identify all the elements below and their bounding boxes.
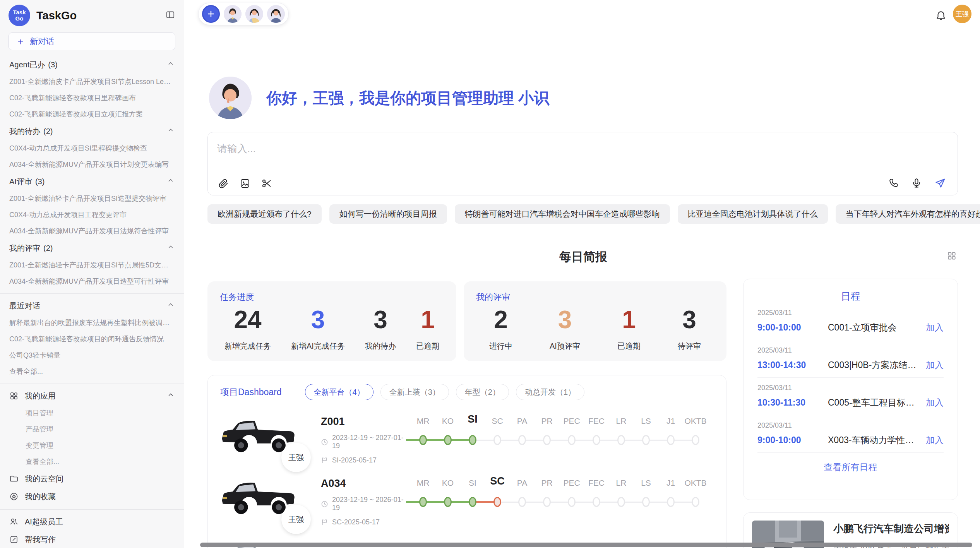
- list-item[interactable]: C02-飞腾新能源轻客改款项目里程碑画布: [0, 90, 184, 106]
- view-all-chats[interactable]: 查看全部...: [0, 363, 184, 380]
- section-my-todo[interactable]: 我的待办 (2): [0, 122, 184, 140]
- milestone-label: LR: [609, 478, 634, 488]
- list-item[interactable]: C02-飞腾新能源轻客改款项目立项汇报方案: [0, 106, 184, 122]
- list-item[interactable]: C0X4-动力总成开发项目SI里程碑提交物检查: [0, 140, 184, 156]
- stat-overdue: 1 已逾期: [416, 306, 439, 351]
- list-item[interactable]: A034-全新新能源MUV产品开发项目计划变更表编写: [0, 156, 184, 173]
- view-all-schedule-link[interactable]: 查看所有日程: [744, 461, 958, 473]
- list-item[interactable]: Z001-全新燃油轻卡产品开发项目SI节点属性5D文件评审: [0, 257, 184, 273]
- add-agent-button[interactable]: [202, 5, 220, 23]
- stat-label: 待评审: [678, 341, 701, 351]
- agent-avatar[interactable]: [245, 5, 263, 23]
- list-item[interactable]: 公司Q3轻卡销量: [0, 347, 184, 363]
- message-input[interactable]: [217, 139, 836, 158]
- schedule-title: 日程: [744, 290, 958, 303]
- milestone-track: MRKOSISCPAPRPECFECLRLSJ1OKTB: [411, 474, 714, 521]
- folder-icon: [9, 474, 19, 483]
- milestone-dot: [493, 435, 501, 445]
- tab-new-platform[interactable]: 全新平台（4）: [305, 384, 373, 400]
- horizontal-scrollbar[interactable]: [200, 543, 972, 547]
- new-chat-button[interactable]: ＋ 新对话: [9, 33, 175, 50]
- list-item[interactable]: Z001-全新燃油皮卡产品开发项目SI节点Lesson Learn报告: [0, 74, 184, 90]
- sidebar-item-help-write[interactable]: 帮我写作: [0, 531, 184, 548]
- sidebar-item-favorites[interactable]: 我的收藏: [0, 488, 184, 505]
- collapse-sidebar-icon[interactable]: [165, 10, 175, 21]
- project-row[interactable]: 王强 A034 2023-12-19 ~ 2026-01-19 SC-2025-…: [208, 466, 726, 528]
- suggestion-chip[interactable]: 特朗普可能对进口汽车增税会对中国车企造成哪些影响: [455, 204, 670, 224]
- section-ai-review[interactable]: AI评审 (3): [0, 173, 184, 190]
- hero: 你好，王强，我是你的项目管理助理 小识: [209, 77, 549, 119]
- section-agent-done[interactable]: Agent已办 (3): [0, 56, 184, 74]
- ai-staff-label: AI超级员工: [25, 517, 63, 527]
- agent-avatar[interactable]: [267, 5, 285, 23]
- project-code: A034: [321, 478, 411, 490]
- join-link[interactable]: 加入: [926, 322, 944, 334]
- join-link[interactable]: 加入: [926, 359, 944, 371]
- sidebar-item-cloud-space[interactable]: 我的云空间: [0, 470, 184, 488]
- milestone-ko: KO: [435, 474, 460, 521]
- chevron-up-icon[interactable]: [167, 177, 175, 187]
- layout-grid-icon[interactable]: [947, 251, 957, 262]
- project-owner-badge: 王强: [281, 505, 311, 534]
- dashboard-header: 项目Dashboard 全新平台（4） 全新上装（3） 年型（2） 动总开发（1…: [208, 375, 726, 404]
- suggestion-chip[interactable]: 当下年轻人对汽车外观有怎样的喜好趋势: [836, 204, 980, 224]
- milestone-label: SI: [460, 413, 485, 425]
- view-all-apps[interactable]: 查看全部...: [0, 454, 184, 470]
- project-row[interactable]: 王强 Z001 2023-12-19 ~ 2027-01-19 SI-2025-…: [208, 404, 726, 466]
- stat-value: 1: [416, 306, 439, 333]
- milestone-lr: LR: [609, 474, 634, 521]
- chevron-up-icon[interactable]: [167, 391, 175, 401]
- phone-icon[interactable]: [888, 178, 899, 188]
- agent-avatar[interactable]: [224, 5, 242, 23]
- milestone-fec: FEC: [584, 413, 609, 459]
- sidebar-item-change-mgmt[interactable]: 变更管理: [0, 437, 184, 454]
- chevron-up-icon[interactable]: [167, 127, 175, 136]
- suggestion-chip[interactable]: 如何写一份清晰的项目周报: [329, 204, 447, 224]
- new-chat-label: 新对话: [30, 36, 54, 47]
- scissors-icon[interactable]: [261, 178, 272, 189]
- milestone-label: PA: [510, 416, 535, 426]
- stat-new-ai-done: 3 新增AI完成任务: [291, 306, 345, 351]
- tab-powertrain[interactable]: 动总开发（1）: [516, 384, 584, 400]
- suggestion-chip[interactable]: 比亚迪全固态电池计划具体说了什么: [678, 204, 828, 224]
- chevron-up-icon[interactable]: [167, 60, 175, 70]
- list-item[interactable]: 解释最新出台的欧盟报废车法规再生塑料比例被调至15%...: [0, 315, 184, 331]
- chevron-up-icon[interactable]: [167, 243, 175, 253]
- list-item[interactable]: A034-全新新能源MUV产品开发项目法规符合性评审: [0, 223, 184, 239]
- sidebar-item-my-apps[interactable]: 我的应用: [0, 387, 184, 405]
- send-icon[interactable]: [934, 177, 946, 189]
- suggestion-chip[interactable]: 欧洲新规最近颁布了什么?: [207, 204, 322, 224]
- divider: [0, 293, 184, 294]
- schedule-card: 日程 2025/03/11 9:00-10:00 C001-立项审批会 加入 2…: [743, 279, 958, 500]
- main-area: 王强 你好，王强，我是你的项目管理助理 小识 欧洲新规最近颁布了什么? 如: [184, 0, 980, 548]
- milestone-label: PEC: [559, 416, 584, 426]
- user-avatar[interactable]: 王强: [953, 5, 971, 23]
- list-item[interactable]: C02-飞腾新能源轻客改款项目的闭环通告反馈情况: [0, 331, 184, 347]
- date-range: 2023-12-19 ~ 2027-01-19: [332, 434, 411, 450]
- list-item[interactable]: A034-全新新能源MUV产品开发项目造型可行性评审: [0, 273, 184, 289]
- tab-new-body[interactable]: 全新上装（3）: [380, 384, 449, 400]
- section-recent-chats[interactable]: 最近对话: [0, 297, 184, 315]
- list-item[interactable]: Z001-全新燃油轻卡产品开发项目SI造型提交物评审: [0, 190, 184, 207]
- stat-value: 24: [224, 306, 271, 333]
- sidebar-item-ai-staff[interactable]: AI超级员工: [0, 513, 184, 531]
- section-my-review[interactable]: 我的评审 (2): [0, 239, 184, 257]
- sidebar-item-product-mgmt[interactable]: 产品管理: [0, 421, 184, 437]
- milestone-dot: [493, 497, 501, 507]
- section-count: (3): [48, 60, 57, 69]
- image-icon[interactable]: [240, 178, 250, 189]
- list-item[interactable]: C0X4-动力总成开发项目工程变更评审: [0, 207, 184, 223]
- milestone-label: SC: [485, 416, 510, 426]
- greeting-text: 你好，王强，我是你的项目管理助理 小识: [266, 87, 549, 109]
- chevron-up-icon[interactable]: [167, 301, 175, 311]
- tab-year-model[interactable]: 年型（2）: [456, 384, 509, 400]
- milestone-dot: [593, 497, 600, 507]
- join-link[interactable]: 加入: [926, 434, 944, 446]
- notification-bell-icon[interactable]: [935, 9, 947, 22]
- sidebar-item-project-mgmt[interactable]: 项目管理: [0, 405, 184, 421]
- attachment-icon[interactable]: [218, 178, 229, 189]
- microphone-icon[interactable]: [911, 178, 922, 188]
- join-link[interactable]: 加入: [926, 397, 944, 409]
- milestone-oktb: OKTB: [683, 474, 708, 521]
- logo-line-1: Task: [13, 9, 26, 16]
